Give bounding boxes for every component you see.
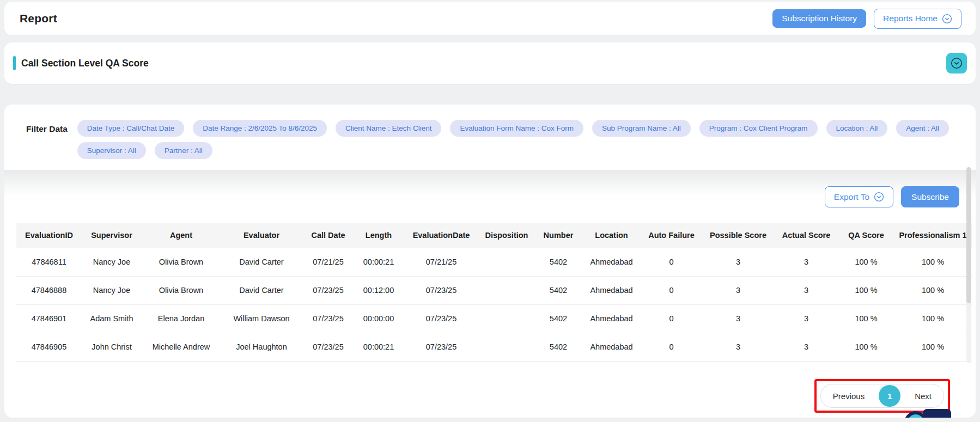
table-cell: Nancy Joe: [82, 276, 142, 304]
table-cell: [479, 304, 534, 333]
table-cell: 07/23/25: [302, 304, 354, 333]
filter-chip: Sub Program Name : All: [592, 120, 691, 137]
page-header: Report Subscription History Reports Home: [4, 2, 976, 35]
column-header: Professionalism 1: [893, 223, 972, 248]
table-cell: 5402: [534, 333, 583, 361]
table-cell: Adam Smith: [82, 304, 142, 333]
table-row: 47846888Nancy JoeOlivia BrownDavid Carte…: [16, 276, 972, 304]
export-to-button[interactable]: Export To: [825, 186, 893, 207]
table-row: 47846901Adam SmithElena JordanWilliam Da…: [16, 304, 972, 333]
table-cell: 07/23/25: [302, 333, 354, 361]
filter-chip-row: Date Type : Call/Chat DateDate Range : 2…: [77, 120, 949, 137]
table-cell: 100 %: [893, 304, 972, 333]
column-header: EvaluationDate: [403, 223, 479, 248]
column-header: Possible Score: [703, 223, 774, 248]
column-header: Auto Failure: [640, 223, 703, 248]
table-row: 47846905John ChristMichelle AndrewJoel H…: [16, 333, 972, 361]
vertical-scrollbar: [966, 167, 971, 363]
table-cell: Ahmedabad: [583, 276, 640, 304]
table-cell: 07/23/25: [302, 276, 354, 304]
table-cell: Nancy Joe: [82, 248, 142, 276]
subscribe-button[interactable]: Subscribe: [901, 186, 959, 207]
subscription-history-label: Subscription History: [782, 14, 857, 23]
table-cell: [479, 333, 534, 361]
table-cell: 00:00:21: [354, 333, 403, 361]
column-header: Evaluator: [221, 223, 302, 248]
table-cell: [479, 248, 534, 276]
filter-chip: Client Name : Etech Client: [336, 120, 441, 137]
filter-chip: Date Type : Call/Chat Date: [77, 120, 184, 137]
page-title: Report: [20, 12, 57, 25]
export-to-label: Export To: [834, 193, 869, 201]
table-cell: William Dawson: [221, 304, 302, 333]
column-header: Number: [534, 223, 583, 248]
column-header: QA Score: [839, 223, 893, 248]
filter-block: Filter Data Date Type : Call/Chat DateDa…: [4, 105, 976, 170]
column-header: Length: [354, 223, 403, 248]
filter-chip-row: Supervisor : AllPartner : All: [77, 142, 949, 159]
scrollbar-thumb[interactable]: [966, 167, 971, 303]
table-cell: 3: [703, 333, 774, 361]
reports-home-button[interactable]: Reports Home: [874, 9, 961, 29]
subscribe-label: Subscribe: [911, 193, 949, 201]
filter-chips: Date Type : Call/Chat DateDate Range : 2…: [77, 120, 949, 159]
reports-home-label: Reports Home: [883, 14, 938, 23]
column-header: Agent: [142, 223, 221, 248]
table-cell: 00:00:00: [354, 304, 403, 333]
filter-chip: Date Range : 2/6/2025 To 8/6/2025: [193, 120, 327, 137]
table-cell: 5402: [534, 304, 583, 333]
chevron-down-circle-icon: [874, 192, 884, 202]
table-cell: Ahmedabad: [583, 304, 640, 333]
chevron-down-circle-icon: [951, 57, 963, 69]
column-header: Actual Score: [774, 223, 839, 248]
chat-widget-button[interactable]: [904, 411, 951, 418]
previous-page-button[interactable]: Previous: [821, 384, 876, 407]
table-toolbar: Export To Subscribe: [4, 186, 976, 207]
table-cell: John Christ: [82, 333, 142, 361]
table-cell: 0: [640, 304, 703, 333]
collapse-section-button[interactable]: [946, 53, 967, 74]
table-cell: 07/23/25: [403, 304, 479, 333]
qa-score-table-wrap: EvaluationIDSupervisorAgentEvaluatorCall…: [4, 207, 976, 362]
table-row: 47846811Nancy JoeOlivia BrownDavid Carte…: [16, 248, 972, 276]
table-cell: 47846888: [16, 276, 82, 304]
table-cell: 5402: [534, 276, 583, 304]
filter-chip: Program : Cox Client Program: [699, 120, 818, 137]
section-title: Call Section Level QA Score: [21, 58, 149, 69]
qa-score-table: EvaluationIDSupervisorAgentEvaluatorCall…: [16, 223, 972, 362]
table-cell: 3: [774, 276, 839, 304]
table-cell: 00:00:21: [354, 248, 403, 276]
table-cell: 0: [640, 333, 703, 361]
table-cell: [479, 276, 534, 304]
table-cell: 100 %: [839, 304, 893, 333]
table-cell: 5402: [534, 248, 583, 276]
report-content-card: Filter Data Date Type : Call/Chat DateDa…: [4, 105, 976, 418]
table-cell: 07/21/25: [403, 248, 479, 276]
report-section-header: Call Section Level QA Score: [4, 42, 976, 84]
table-cell: 100 %: [839, 333, 893, 361]
table-cell: 100 %: [839, 276, 893, 304]
next-page-button[interactable]: Next: [903, 384, 944, 407]
subscription-history-button[interactable]: Subscription History: [772, 9, 866, 28]
pagination: Previous 1 Next: [820, 384, 944, 408]
table-cell: 0: [640, 276, 703, 304]
table-cell: Olivia Brown: [142, 276, 221, 304]
table-cell: 47846905: [16, 333, 82, 361]
table-cell: 0: [640, 248, 703, 276]
table-cell: 100 %: [893, 248, 972, 276]
table-cell: 47846901: [16, 304, 82, 333]
table-cell: 100 %: [893, 333, 972, 361]
table-cell: 3: [703, 304, 774, 333]
table-cell: Michelle Andrew: [142, 333, 221, 361]
current-page-button[interactable]: 1: [879, 385, 900, 407]
annotation-highlight: Previous 1 Next: [814, 379, 950, 413]
table-cell: 47846811: [16, 248, 82, 276]
table-cell: Olivia Brown: [142, 248, 221, 276]
table-cell: 3: [774, 333, 839, 361]
column-header: Location: [583, 223, 640, 248]
table-cell: David Carter: [221, 276, 302, 304]
header-actions: Subscription History Reports Home: [772, 9, 961, 29]
table-header-row: EvaluationIDSupervisorAgentEvaluatorCall…: [16, 223, 972, 248]
table-cell: 07/21/25: [302, 248, 354, 276]
table-cell: David Carter: [221, 248, 302, 276]
